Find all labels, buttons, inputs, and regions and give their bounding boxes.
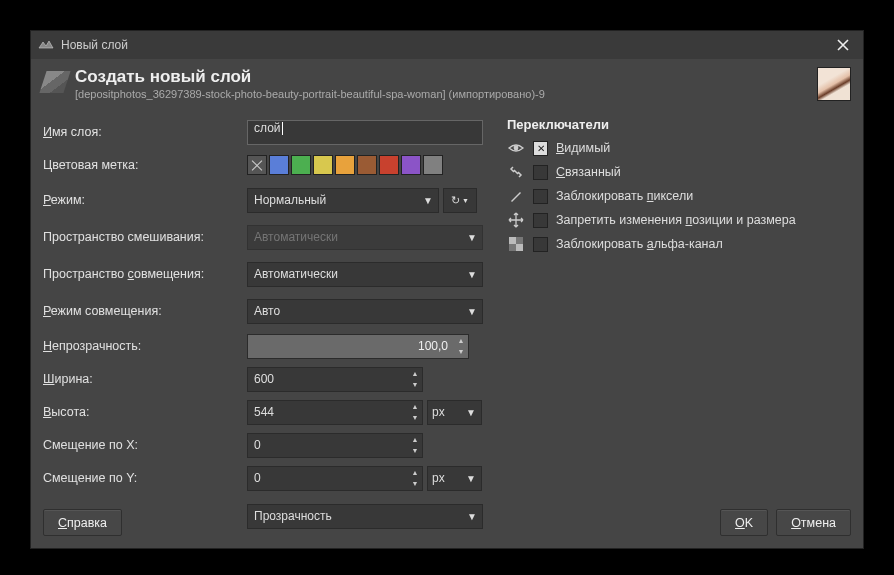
ok-button[interactable]: OK [720,509,768,536]
switch-label: Связанный [556,165,621,179]
switch-visible: ✕ Видимый [507,136,851,160]
switch-lock-alpha: Заблокировать альфа-канал [507,232,851,256]
switch-label: Заблокировать пиксели [556,189,693,203]
blend-space-label: Пространство смешивания: [43,230,247,244]
image-thumbnail [817,67,851,101]
brush-icon [507,187,525,205]
spin-down-icon[interactable]: ▼ [455,346,467,357]
spin-down-icon[interactable]: ▼ [409,445,421,456]
dialog-heading: Создать новый слой [75,67,817,87]
color-swatch-none[interactable] [247,155,267,175]
spin-up-icon[interactable]: ▲ [409,402,421,413]
mode-select[interactable]: Нормальный [247,188,439,213]
checker-icon [507,235,525,253]
svg-point-0 [514,146,519,151]
layer-name-input[interactable]: слой [247,120,483,145]
height-label: Высота: [43,405,247,419]
offset-unit-select[interactable]: px▼ [427,466,482,491]
spin-down-icon[interactable]: ▼ [409,379,421,390]
spin-down-icon[interactable]: ▼ [409,478,421,489]
opacity-label: Непрозрачность: [43,339,247,353]
linked-checkbox[interactable] [533,165,548,180]
switches-heading: Переключатели [507,117,851,132]
svg-rect-3 [516,244,523,251]
dialog-footer: Справка OK Отмена [43,509,851,536]
layer-icon [39,71,70,93]
lock-position-checkbox[interactable] [533,213,548,228]
help-button[interactable]: Справка [43,509,122,536]
color-tag-swatches [247,155,443,175]
mode-label: Режим: [43,193,247,207]
opacity-slider[interactable]: 100,0▲▼ [247,334,469,359]
chevron-down-icon: ▼ [466,407,476,418]
titlebar: Новый слой [31,31,863,59]
color-tag-label: Цветовая метка: [43,158,247,172]
close-button[interactable] [829,31,857,59]
height-input[interactable]: 544▲▼ [247,400,423,425]
color-swatch[interactable] [379,155,399,175]
switch-lock-position: Запретить изменения позиции и размера [507,208,851,232]
offset-y-input[interactable]: 0▲▼ [247,466,423,491]
switch-linked: Связанный [507,160,851,184]
spin-up-icon[interactable]: ▲ [409,435,421,446]
width-input[interactable]: 600▲▼ [247,367,423,392]
switch-label: Видимый [556,141,610,155]
new-layer-dialog: Новый слой Создать новый слой [depositph… [31,31,863,548]
spin-up-icon[interactable]: ▲ [409,468,421,479]
composite-space-label: Пространство совмещения: [43,267,247,281]
window-title: Новый слой [61,38,829,52]
composite-mode-label: Режим совмещения: [43,304,247,318]
color-swatch[interactable] [313,155,333,175]
svg-rect-2 [509,237,516,244]
color-swatch[interactable] [335,155,355,175]
width-label: Ширина: [43,372,247,386]
app-icon [37,38,55,52]
lock-alpha-checkbox[interactable] [533,237,548,252]
dialog-header: Создать новый слой [depositphotos_362973… [31,59,863,111]
spin-up-icon[interactable]: ▲ [455,336,467,347]
lock-pixels-checkbox[interactable] [533,189,548,204]
composite-space-select[interactable]: Автоматически [247,262,483,287]
blend-space-select[interactable]: Автоматически [247,225,483,250]
switch-label: Заблокировать альфа-канал [556,237,723,251]
composite-mode-select[interactable]: Авто [247,299,483,324]
color-swatch[interactable] [357,155,377,175]
offset-x-input[interactable]: 0▲▼ [247,433,423,458]
chevron-down-icon: ▼ [466,473,476,484]
visible-checkbox[interactable]: ✕ [533,141,548,156]
color-swatch[interactable] [269,155,289,175]
switches-column: Переключатели ✕ Видимый Связанный Заблок… [507,117,851,536]
move-icon [507,211,525,229]
spin-down-icon[interactable]: ▼ [409,412,421,423]
properties-column: Имя слоя: слой Цветовая метка: [43,117,493,536]
spin-up-icon[interactable]: ▲ [409,369,421,380]
eye-icon [507,139,525,157]
color-swatch[interactable] [401,155,421,175]
dialog-subtitle: [depositphotos_36297389-stock-photo-beau… [75,88,817,100]
layer-name-label: Имя слоя: [43,125,247,139]
link-icon [507,163,525,181]
color-swatch[interactable] [291,155,311,175]
mode-reset-button[interactable]: ↻ ▼ [443,188,477,213]
offset-x-label: Смещение по X: [43,438,247,452]
switch-label: Запретить изменения позиции и размера [556,213,796,227]
cancel-button[interactable]: Отмена [776,509,851,536]
color-swatch[interactable] [423,155,443,175]
size-unit-select[interactable]: px▼ [427,400,482,425]
switch-lock-pixels: Заблокировать пиксели [507,184,851,208]
offset-y-label: Смещение по Y: [43,471,247,485]
